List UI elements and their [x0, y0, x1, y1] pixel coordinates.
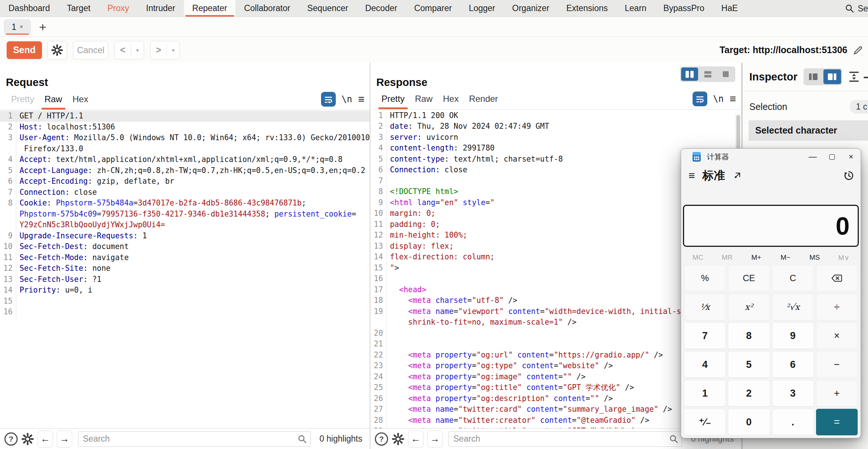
- send-settings-button[interactable]: [47, 41, 67, 59]
- calc-key-C[interactable]: C: [772, 265, 814, 291]
- next-match-button[interactable]: →: [427, 431, 443, 448]
- show-newlines-toggle[interactable]: \n: [342, 94, 352, 104]
- maximize-button[interactable]: [822, 149, 841, 165]
- prev-match-button[interactable]: ←: [38, 431, 53, 448]
- layout-columns-button[interactable]: [681, 68, 698, 81]
- memory-button-mr[interactable]: MR: [712, 251, 742, 265]
- close-button[interactable]: ×: [841, 149, 861, 165]
- menu-item-target[interactable]: Target: [59, 0, 99, 17]
- add-tab-button[interactable]: +: [39, 21, 46, 33]
- memory-button-m−[interactable]: M−: [771, 251, 800, 265]
- cancel-button[interactable]: Cancel: [73, 41, 108, 59]
- back-arrow[interactable]: <: [115, 45, 131, 55]
- calc-key-0[interactable]: 0: [728, 409, 770, 435]
- calc-key-.[interactable]: .: [772, 409, 814, 435]
- response-tab-pretty[interactable]: Pretty: [376, 94, 410, 109]
- menu-item-learn[interactable]: Learn: [616, 0, 655, 17]
- calc-key-%[interactable]: %: [684, 265, 726, 291]
- calc-key-backspace[interactable]: [816, 265, 858, 291]
- calc-key-8[interactable]: 8: [728, 322, 770, 349]
- word-wrap-toggle[interactable]: [693, 91, 707, 106]
- code-token: ;: [265, 210, 275, 218]
- menu-item-comparer[interactable]: Comparer: [406, 0, 460, 17]
- minimize-button[interactable]: —: [803, 149, 822, 165]
- menu-item-proxy[interactable]: Proxy: [99, 0, 137, 17]
- memory-button-mc[interactable]: MC: [683, 251, 712, 265]
- calc-key-⁺⁄₋[interactable]: ⁺⁄₋: [684, 409, 726, 435]
- calc-key-÷[interactable]: ÷: [816, 294, 858, 320]
- next-match-button[interactable]: →: [57, 431, 72, 448]
- menu-item-sequencer[interactable]: Sequencer: [299, 0, 356, 17]
- calc-key-²√x[interactable]: ²√x: [772, 294, 814, 320]
- menu-item-decoder[interactable]: Decoder: [357, 0, 406, 17]
- calc-key-4[interactable]: 4: [684, 351, 726, 378]
- edit-target-icon[interactable]: [853, 45, 864, 56]
- menu-item-intruder[interactable]: Intruder: [137, 0, 184, 17]
- menu-item-organizer[interactable]: Organizer: [504, 0, 558, 17]
- calc-key-1[interactable]: 1: [684, 380, 726, 407]
- menu-icon[interactable]: ≡: [729, 93, 736, 104]
- request-tab-hex[interactable]: Hex: [67, 94, 94, 110]
- chevron-down-icon[interactable]: ▾: [131, 47, 144, 53]
- response-search-input[interactable]: [449, 431, 682, 447]
- help-icon[interactable]: ?: [375, 432, 388, 446]
- calc-key-9[interactable]: 9: [772, 322, 814, 349]
- menu-item-logger[interactable]: Logger: [460, 0, 504, 17]
- calc-key-2[interactable]: 2: [728, 380, 770, 407]
- calc-key-−[interactable]: −: [816, 351, 858, 378]
- history-forward-button[interactable]: > ▾: [150, 41, 180, 59]
- memory-button-m∨[interactable]: M∨: [829, 251, 858, 265]
- nav-menu-icon[interactable]: ≡: [689, 169, 695, 182]
- response-tab-render[interactable]: Render: [464, 94, 503, 109]
- history-back-button[interactable]: < ▾: [114, 41, 144, 59]
- global-search[interactable]: Search: [845, 0, 868, 17]
- request-editor[interactable]: 1GET / HTTP/1.12Host: localhost:513063Us…: [0, 110, 370, 428]
- calc-key-¹⁄x[interactable]: ¹⁄x: [684, 294, 726, 320]
- inspector-dock-left-button[interactable]: [805, 69, 822, 84]
- calc-key-+[interactable]: +: [816, 380, 858, 407]
- code-token: lang: [417, 198, 435, 207]
- request-tab-pretty[interactable]: Pretty: [6, 94, 39, 110]
- menu-icon[interactable]: ≡: [358, 94, 365, 105]
- menu-item-bypasspro[interactable]: BypassPro: [655, 0, 713, 17]
- prev-match-button[interactable]: ←: [408, 431, 423, 448]
- inspector-dock-right-button[interactable]: [823, 69, 841, 84]
- menu-item-dashboard[interactable]: Dashboard: [0, 0, 59, 17]
- scrollbar-thumb[interactable]: [736, 115, 740, 151]
- calc-key-5[interactable]: 5: [728, 351, 770, 378]
- forward-arrow[interactable]: >: [150, 45, 167, 55]
- menu-item-hae[interactable]: HaE: [713, 0, 746, 17]
- layout-rows-button[interactable]: [699, 68, 716, 81]
- word-wrap-toggle[interactable]: [321, 92, 336, 107]
- calc-key-x²[interactable]: x²: [728, 294, 770, 320]
- calc-key-3[interactable]: 3: [772, 380, 814, 407]
- search-settings-gear-icon[interactable]: [392, 433, 404, 445]
- search-settings-gear-icon[interactable]: [21, 433, 34, 445]
- expand-collapse-icon[interactable]: [848, 71, 860, 83]
- menu-item-repeater[interactable]: Repeater: [184, 0, 236, 17]
- selected-character-section[interactable]: Selected character: [749, 120, 868, 141]
- calc-key-6[interactable]: 6: [772, 351, 814, 378]
- help-icon[interactable]: ?: [4, 432, 18, 446]
- response-tab-raw[interactable]: Raw: [410, 94, 438, 109]
- send-button[interactable]: Send: [7, 41, 42, 59]
- calc-key-7[interactable]: 7: [684, 322, 726, 349]
- request-tab-raw[interactable]: Raw: [39, 94, 67, 110]
- keep-on-top-icon[interactable]: [733, 171, 742, 180]
- history-icon[interactable]: [844, 170, 854, 181]
- chevron-down-icon[interactable]: ▾: [167, 47, 179, 53]
- calculator-titlebar[interactable]: 计算器 — ×: [681, 149, 861, 165]
- memory-button-m+[interactable]: M+: [742, 251, 771, 265]
- show-newlines-toggle[interactable]: \n: [713, 94, 724, 104]
- response-tab-hex[interactable]: Hex: [438, 94, 464, 109]
- calc-key-CE[interactable]: CE: [728, 265, 770, 291]
- calc-key-×[interactable]: ×: [816, 322, 858, 349]
- layout-single-button[interactable]: [717, 68, 734, 81]
- menu-item-collaborator[interactable]: Collaborator: [236, 0, 299, 17]
- request-search-input[interactable]: [78, 431, 311, 447]
- close-tab-icon[interactable]: ×: [20, 24, 23, 30]
- calc-key-=[interactable]: =: [816, 409, 858, 435]
- menu-item-extensions[interactable]: Extensions: [558, 0, 617, 17]
- repeater-tab-1[interactable]: 1 ×: [4, 19, 31, 35]
- memory-button-ms[interactable]: MS: [800, 251, 829, 265]
